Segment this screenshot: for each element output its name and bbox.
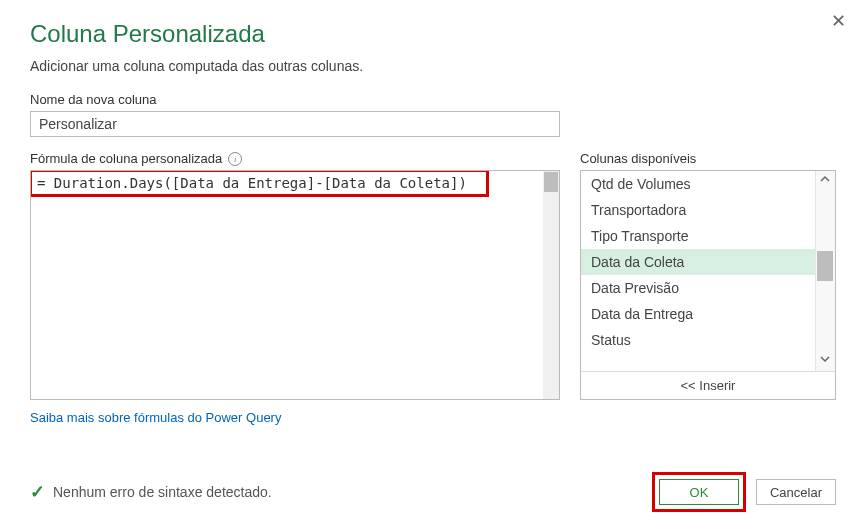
available-columns-listbox[interactable]: Qtd de VolumesTransportadoraTipo Transpo…	[580, 170, 836, 400]
available-column-item[interactable]: Data Previsão	[581, 275, 835, 301]
status-message: ✓ Nenhum erro de sintaxe detectado.	[30, 481, 272, 503]
scrollbar-thumb-icon[interactable]	[817, 251, 833, 281]
close-icon[interactable]: ✕	[831, 10, 846, 32]
highlight-box-icon: OK	[652, 472, 746, 512]
formula-label-text: Fórmula de coluna personalizada	[30, 151, 222, 166]
dialog-title: Coluna Personalizada	[30, 20, 836, 48]
highlight-box-icon	[30, 170, 489, 197]
scrollbar-thumb-icon[interactable]	[544, 172, 558, 192]
learn-more-link[interactable]: Saiba mais sobre fórmulas do Power Query	[30, 410, 560, 425]
check-icon: ✓	[30, 481, 45, 503]
formula-label: Fórmula de coluna personalizada i	[30, 151, 560, 166]
available-column-item[interactable]: Qtd de Volumes	[581, 171, 835, 197]
status-text: Nenhum erro de sintaxe detectado.	[53, 484, 272, 500]
available-column-item[interactable]: Data da Entrega	[581, 301, 835, 327]
insert-button[interactable]: << Inserir	[581, 371, 835, 399]
available-scrollbar[interactable]	[815, 171, 835, 371]
formula-textarea[interactable]: = Duration.Days([Data da Entrega]-[Data …	[30, 170, 560, 400]
cancel-button[interactable]: Cancelar	[756, 479, 836, 505]
info-icon[interactable]: i	[228, 152, 242, 166]
available-column-item[interactable]: Tipo Transporte	[581, 223, 835, 249]
available-column-item[interactable]: Status	[581, 327, 835, 353]
dialog-subtitle: Adicionar uma coluna computada das outra…	[30, 58, 836, 74]
available-column-item[interactable]: Data da Coleta	[581, 249, 835, 275]
column-name-input[interactable]	[30, 111, 560, 137]
available-column-item[interactable]: Transportadora	[581, 197, 835, 223]
ok-button[interactable]: OK	[659, 479, 739, 505]
column-name-label: Nome da nova coluna	[30, 92, 836, 107]
chevron-up-icon[interactable]	[817, 173, 833, 189]
chevron-down-icon[interactable]	[817, 353, 833, 369]
formula-scrollbar[interactable]	[543, 171, 559, 399]
available-columns-label: Colunas disponíveis	[580, 151, 836, 166]
